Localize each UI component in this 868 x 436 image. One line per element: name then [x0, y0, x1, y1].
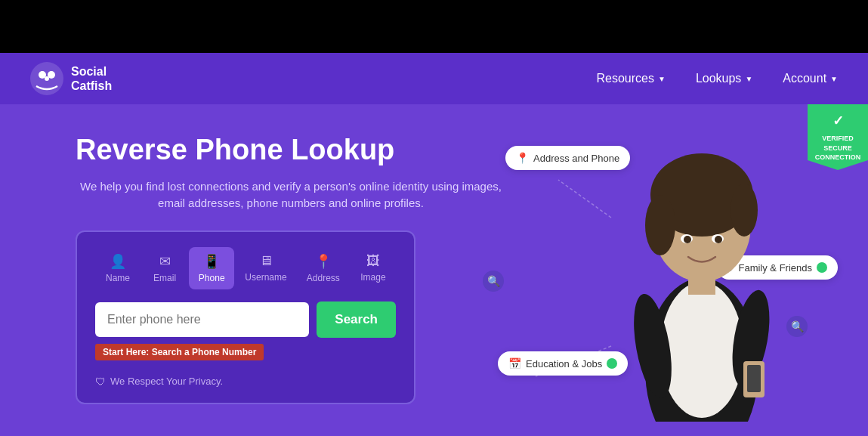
logo-text: SocialCatfish [71, 64, 112, 93]
lookups-nav[interactable]: Lookups ▼ [696, 72, 752, 85]
tab-name[interactable]: 👤 Name [95, 247, 141, 289]
phone-input[interactable] [95, 302, 309, 337]
address-card-icon: 📍 [516, 152, 529, 164]
account-nav[interactable]: Account ▼ [783, 72, 838, 85]
hero-title: Reverse Phone Lookup [76, 135, 506, 166]
person-svg [596, 127, 808, 422]
secure-badge: ✓ VERIFIED SECURE CONNECTION [808, 104, 868, 170]
phone-icon: 📱 [203, 253, 220, 270]
svg-rect-12 [747, 365, 761, 392]
svg-rect-17 [688, 272, 715, 295]
search-tabs: 👤 Name ✉ Email 📱 Phone 🖥 Username 📍 [95, 247, 396, 289]
tab-phone[interactable]: 📱 Phone [189, 247, 234, 289]
search-button[interactable]: Search [317, 301, 396, 338]
navbar: SocialCatfish Resources ▼ Lookups ▼ Acco… [0, 53, 868, 104]
tab-address[interactable]: 📍 Address [298, 247, 349, 289]
top-black-bar [0, 0, 868, 53]
logo[interactable]: SocialCatfish [30, 62, 112, 95]
tab-username[interactable]: 🖥 Username [236, 247, 295, 289]
hero-subtitle: We help you find lost connections and ve… [76, 178, 506, 212]
privacy-note: 🛡 We Respect Your Privacy. [95, 376, 396, 388]
hero-content: Reverse Phone Lookup We help you find lo… [76, 135, 506, 404]
search-card: 👤 Name ✉ Email 📱 Phone 🖥 Username 📍 [76, 230, 415, 404]
svg-point-3 [45, 76, 49, 81]
address-icon: 📍 [315, 253, 332, 270]
name-icon: 👤 [110, 253, 126, 270]
email-icon: ✉ [159, 253, 171, 270]
tooltip-bar: Start Here: Search a Phone Number [95, 344, 264, 360]
person-illustration [596, 127, 808, 422]
svg-point-15 [645, 195, 675, 255]
account-dropdown-arrow: ▼ [830, 75, 838, 83]
username-icon: 🖥 [259, 253, 273, 269]
svg-point-20 [684, 236, 691, 243]
family-check-dot [817, 262, 827, 273]
svg-point-21 [715, 236, 722, 243]
tab-email[interactable]: ✉ Email [142, 247, 187, 289]
secure-check-icon: ✓ [814, 112, 862, 131]
hero-section: ✓ VERIFIED SECURE CONNECTION Reverse Pho… [0, 104, 868, 436]
resources-dropdown-arrow: ▼ [658, 75, 666, 83]
nav-links: Resources ▼ Lookups ▼ Account ▼ [596, 72, 838, 85]
svg-point-8 [660, 282, 743, 418]
hero-illustration: 📍 Address and Phone ♥ Family & Friends 📅… [460, 104, 868, 436]
lookups-dropdown-arrow: ▼ [745, 75, 752, 83]
logo-icon [30, 62, 63, 95]
image-icon: 🖼 [366, 253, 380, 269]
shield-icon: 🛡 [95, 376, 106, 388]
input-search-row: Search [95, 301, 396, 338]
svg-point-16 [731, 184, 758, 237]
resources-nav[interactable]: Resources ▼ [596, 72, 665, 85]
education-card-icon: 📅 [508, 357, 521, 370]
tab-image[interactable]: 🖼 Image [351, 247, 396, 289]
